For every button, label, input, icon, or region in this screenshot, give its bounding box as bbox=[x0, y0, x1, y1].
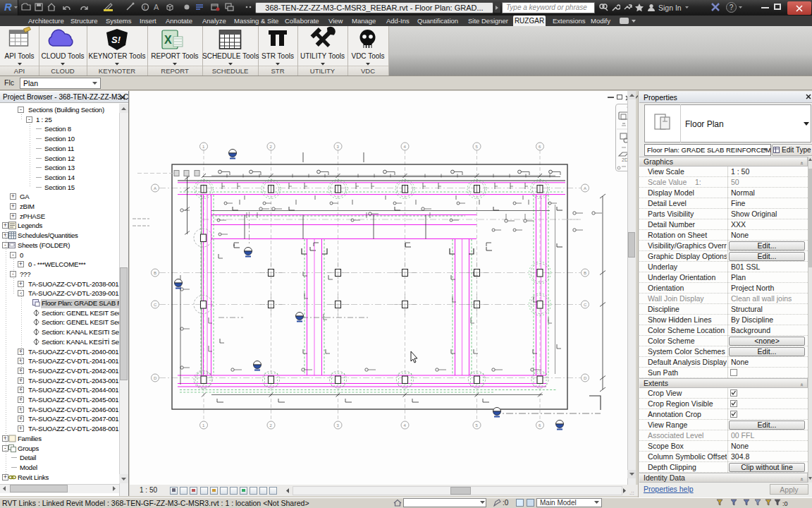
svg-text:A: A bbox=[154, 186, 156, 190]
svg-text:5: 5 bbox=[476, 423, 479, 428]
svg-text:5: 5 bbox=[476, 145, 479, 149]
svg-text:4: 4 bbox=[404, 145, 407, 149]
svg-text:2: 2 bbox=[270, 145, 273, 149]
svg-text:D: D bbox=[584, 376, 587, 380]
svg-text:D: D bbox=[154, 376, 157, 380]
svg-text:4: 4 bbox=[404, 423, 407, 428]
svg-text:i: i bbox=[144, 4, 145, 11]
svg-text:X: X bbox=[164, 34, 172, 46]
svg-text:B: B bbox=[154, 271, 156, 275]
svg-text:1: 1 bbox=[202, 423, 205, 428]
svg-text:S!: S! bbox=[111, 35, 121, 45]
svg-text:1: 1 bbox=[202, 145, 205, 149]
svg-text:6: 6 bbox=[539, 423, 541, 428]
svg-text:6: 6 bbox=[539, 145, 541, 149]
svg-text:A: A bbox=[154, 3, 159, 11]
svg-text:2: 2 bbox=[270, 423, 273, 428]
svg-text:B: B bbox=[584, 271, 586, 275]
svg-text:3: 3 bbox=[337, 423, 340, 428]
svg-text:A: A bbox=[584, 186, 586, 190]
svg-text:C: C bbox=[584, 303, 587, 307]
svg-text:3: 3 bbox=[337, 145, 340, 149]
svg-text:C: C bbox=[154, 303, 157, 307]
